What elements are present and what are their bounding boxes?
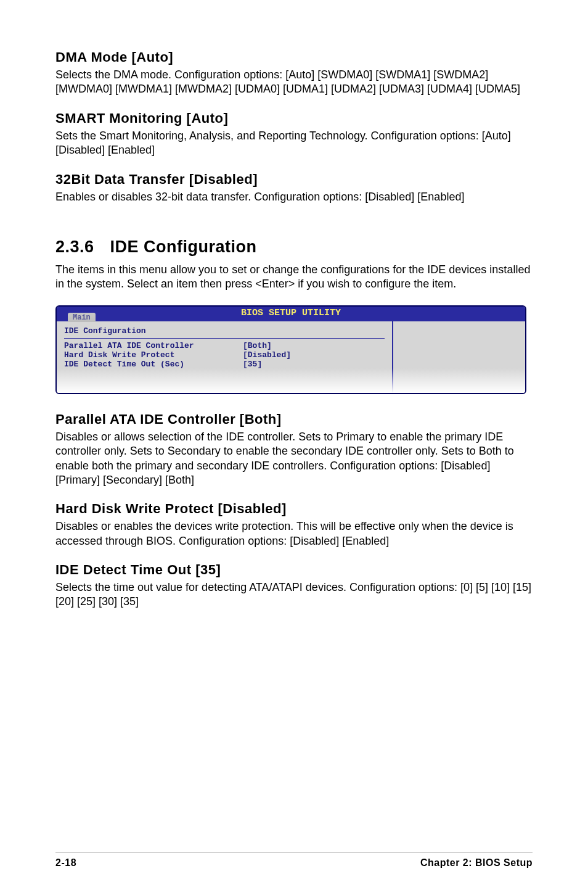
bios-left-panel: IDE Configuration Parallel ATA IDE Contr… <box>57 321 393 393</box>
bios-setting-key: Hard Disk Write Protect <box>64 350 243 360</box>
heading-32bit-data-transfer: 32Bit Data Transfer [Disabled] <box>55 171 533 188</box>
text-32bit-data-transfer: Enables or disables 32-bit data transfer… <box>55 190 533 204</box>
bios-title-bar: BIOS SETUP UTILITY Main <box>57 307 525 321</box>
text-smart-monitoring: Sets the Smart Monitoring, Analysis, and… <box>55 129 533 158</box>
heading-ide-detect-timeout: IDE Detect Time Out [35] <box>55 562 533 578</box>
section-title: IDE Configuration <box>110 237 257 256</box>
text-parallel-ata: Disables or allows selection of the IDE … <box>55 430 533 488</box>
page-footer: 2-18 Chapter 2: BIOS Setup <box>55 852 533 868</box>
text-ide-configuration: The items in this menu allow you to set … <box>55 263 533 292</box>
bios-row: Parallel ATA IDE Controller [Both] <box>64 341 385 350</box>
bios-setting-value: [Disabled] <box>243 350 385 360</box>
bios-setting-value: [35] <box>243 360 385 369</box>
bios-row: Hard Disk Write Protect [Disabled] <box>64 350 385 360</box>
section-number: 2.3.6 <box>55 237 94 257</box>
bios-title: BIOS SETUP UTILITY <box>241 308 341 318</box>
heading-hard-disk-write-protect: Hard Disk Write Protect [Disabled] <box>55 501 533 517</box>
bios-screenshot: BIOS SETUP UTILITY Main IDE Configuratio… <box>55 305 526 394</box>
bios-body: IDE Configuration Parallel ATA IDE Contr… <box>57 321 525 393</box>
heading-ide-configuration: 2.3.6IDE Configuration <box>55 237 533 257</box>
bios-setting-value: [Both] <box>243 341 385 350</box>
heading-parallel-ata: Parallel ATA IDE Controller [Both] <box>55 411 533 427</box>
heading-dma-mode: DMA Mode [Auto] <box>55 49 533 65</box>
text-dma-mode: Selects the DMA mode. Configuration opti… <box>55 68 533 97</box>
bios-setting-key: Parallel ATA IDE Controller <box>64 341 243 350</box>
bios-section-title: IDE Configuration <box>64 326 385 336</box>
page-number: 2-18 <box>55 857 76 868</box>
bios-row: IDE Detect Time Out (Sec) [35] <box>64 360 385 369</box>
document-page: DMA Mode [Auto] Selects the DMA mode. Co… <box>0 0 588 887</box>
text-hard-disk-write-protect: Disables or enables the devices write pr… <box>55 519 533 548</box>
text-ide-detect-timeout: Selects the time out value for detecting… <box>55 580 533 609</box>
chapter-label: Chapter 2: BIOS Setup <box>420 857 533 868</box>
bios-tab-main: Main <box>68 313 96 322</box>
bios-right-panel <box>393 321 525 393</box>
heading-smart-monitoring: SMART Monitoring [Auto] <box>55 110 533 126</box>
bios-setting-key: IDE Detect Time Out (Sec) <box>64 360 243 369</box>
